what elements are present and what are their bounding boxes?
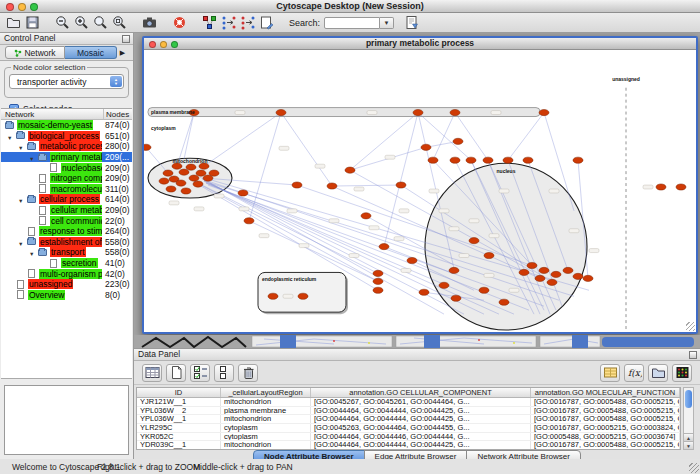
vizmapper-icon[interactable] [200,14,219,32]
table-row[interactable]: YJR121W__1mitochondrion[GO:0045267, GO:0… [137,398,680,407]
network-node[interactable] [469,238,479,244]
network-node[interactable] [676,184,686,190]
matrix-icon[interactable] [672,364,692,382]
network-node[interactable] [483,157,493,163]
network-node[interactable] [298,293,308,299]
network-edge[interactable] [455,113,488,161]
network-node[interactable] [144,144,151,150]
column-header-0[interactable]: ID [137,388,221,397]
table-scrollbar[interactable]: ▲ ▼ [683,387,694,450]
open-file-icon[interactable] [4,14,23,32]
network-node[interactable] [396,182,406,188]
table-row[interactable]: YPL036W__1mitochondrion[GO:0044464, GO:0… [137,415,680,424]
tree-row-biological-process[interactable]: ▼biological_process651(0) [1,131,132,142]
network-node[interactable] [176,180,186,186]
network-node[interactable] [419,289,429,295]
scrollbar-thumb[interactable] [685,390,692,408]
network-node[interactable] [189,175,199,181]
table-row[interactable]: YKR052Ccytoplasm[GO:0044464, GO:0044446,… [137,433,680,442]
network-node[interactable] [196,170,206,176]
tree-row-cellular-metabo[interactable]: cellular metabo209(0) [1,205,132,216]
tab-overflow-arrow[interactable]: ▶ [117,49,128,57]
network-node[interactable] [413,109,423,115]
network-node[interactable] [466,157,476,163]
tree-row-multi-organism-pro[interactable]: multi-organism pro42(0) [1,268,132,279]
node-color-dropdown[interactable]: transporter activity ▲▼ [9,74,124,89]
network-node[interactable] [276,109,286,115]
help-ring-icon[interactable] [170,14,189,32]
network-node[interactable] [379,244,389,250]
network-node[interactable] [656,184,666,190]
camera-icon[interactable] [140,14,159,32]
network-node[interactable] [479,287,489,293]
new-page-icon[interactable] [166,364,186,382]
column-header-1[interactable]: _cellularLayoutRegion [221,388,311,397]
network-node[interactable] [563,267,573,273]
tab-network[interactable]: Network [5,46,65,59]
network-edge[interactable] [508,113,544,161]
network-node[interactable] [519,269,529,275]
float-panel-icon[interactable] [689,351,697,359]
layout-red-icon[interactable] [238,14,257,32]
compartment-plasma-membrane[interactable] [148,108,540,117]
network-window-titlebar[interactable]: primary metabolic process [144,38,696,50]
tree-column-network[interactable]: Network [1,109,104,119]
attribute-editor-icon[interactable] [600,364,620,382]
network-edge[interactable] [418,113,471,161]
table-row[interactable]: YPL036W__2plasma membrane[GO:0044464, GO… [137,407,680,416]
import-attributes-icon[interactable] [648,364,668,382]
network-node[interactable] [484,252,494,258]
zoom-window-icon[interactable] [30,3,38,11]
network-node[interactable] [535,275,545,281]
network-node[interactable] [523,157,533,163]
column-header-2[interactable]: annotation.GO CELLULAR_COMPONENT [311,388,531,397]
network-node[interactable] [439,282,449,288]
network-node[interactable] [453,138,463,144]
network-node[interactable] [573,273,583,279]
network-node[interactable] [573,157,583,163]
network-node[interactable] [373,278,383,284]
layout-blue-icon[interactable] [219,14,238,32]
network-node[interactable] [373,270,383,276]
grid-table-icon[interactable] [142,364,162,382]
tree-row-cell-communicat[interactable]: cell communicat22(0) [1,215,132,226]
window-resize-grip[interactable] [686,322,695,331]
search-options-icon[interactable] [402,14,421,32]
zoom-selected-icon[interactable] [110,14,129,32]
network-node[interactable] [327,183,337,189]
column-header-3[interactable]: annotation.GO MOLECULAR_FUNCTION [531,388,680,397]
network-node[interactable] [539,109,549,115]
network-edge[interactable] [384,113,418,247]
zoom-in-icon[interactable] [72,14,91,32]
network-node[interactable] [159,178,169,184]
network-node[interactable] [547,279,557,285]
network-node[interactable] [345,167,355,173]
search-combo-button[interactable]: ▼ [380,17,394,29]
minimize-window-icon[interactable] [18,3,26,11]
annotation-page-icon[interactable] [257,14,276,32]
tree-row-nucleobase-[interactable]: nucleobase-209(0) [1,162,132,173]
network-node[interactable] [209,170,219,176]
network-node[interactable] [193,181,203,187]
network-view-window[interactable]: primary metabolic process plasma membran… [142,36,698,334]
network-node[interactable] [539,267,549,273]
minimize-icon[interactable] [160,41,167,48]
function-builder-icon[interactable]: f(x) [624,364,644,382]
tree-row-response-to-stimulu[interactable]: response to stimulu264(0) [1,226,132,237]
network-edge[interactable] [184,113,194,160]
network-node[interactable] [551,271,561,277]
network-node[interactable] [238,190,248,196]
network-edge[interactable] [433,113,455,161]
zoom-icon[interactable] [171,41,178,48]
network-node[interactable] [166,186,176,192]
scroll-down-icon[interactable]: ▼ [684,441,693,449]
tree-row-transport[interactable]: ▼transport558(0) [1,247,132,258]
float-panel-icon[interactable] [122,35,130,43]
network-node[interactable] [527,262,537,268]
table-row[interactable]: YLR295Ccytoplasm[GO:0045263, GO:0044464,… [137,424,680,433]
search-input[interactable] [324,17,380,29]
network-node[interactable] [373,287,383,293]
tree-row-macromolecule[interactable]: macromolecule311(0) [1,184,132,195]
birds-eye-view[interactable] [4,385,129,455]
scroll-up-icon[interactable]: ▲ [684,433,693,441]
